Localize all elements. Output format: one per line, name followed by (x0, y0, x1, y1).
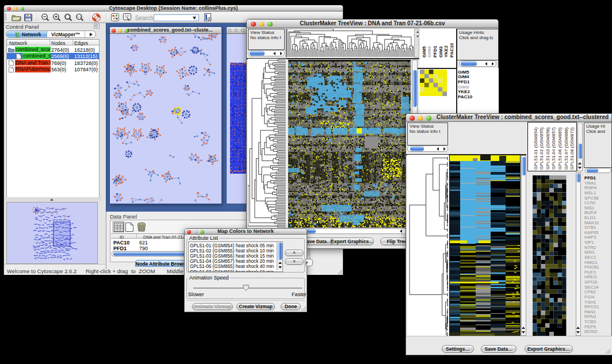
svg-text:1:1: 1:1 (77, 15, 82, 18)
